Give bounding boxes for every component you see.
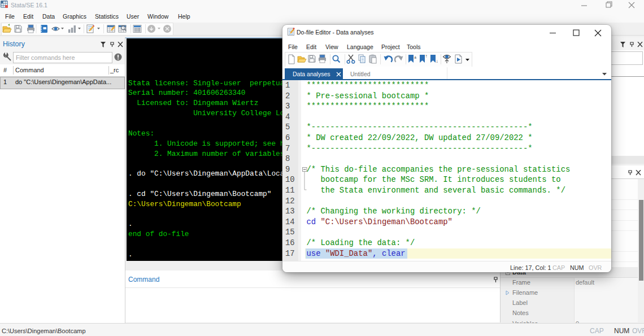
svg-text:±: ± xyxy=(414,55,417,60)
svg-text:↑: ↑ xyxy=(425,54,428,59)
svg-text:↓: ↓ xyxy=(436,59,438,64)
